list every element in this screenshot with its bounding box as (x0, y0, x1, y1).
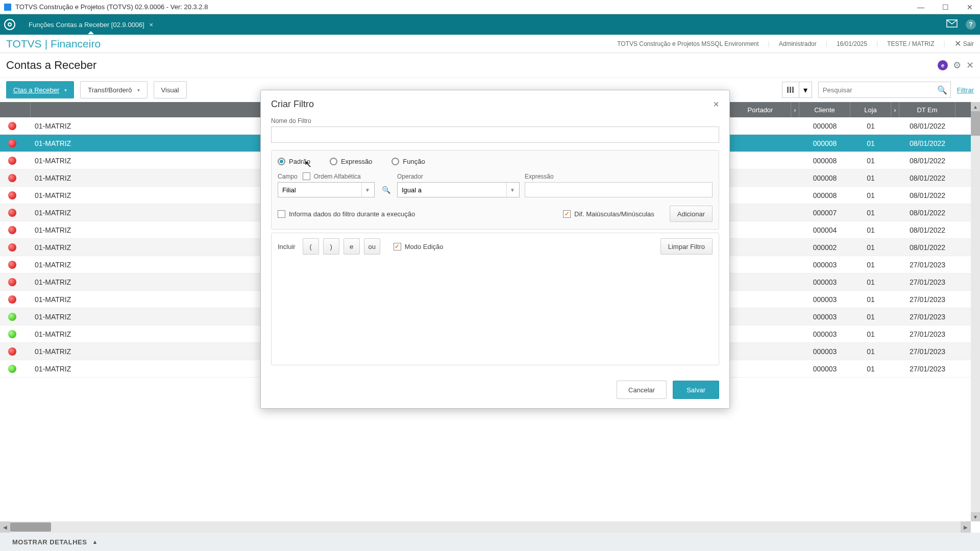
close-page-icon[interactable]: ✕ (966, 60, 974, 71)
campo-label: Campo (278, 173, 298, 180)
or-button[interactable]: ou (364, 238, 380, 255)
save-button[interactable]: Salvar (673, 381, 719, 399)
col-expand1[interactable]: › (791, 102, 799, 117)
chevron-down-icon[interactable]: ▾ (799, 82, 812, 97)
campo-lookup-icon[interactable]: 🔍 (380, 182, 392, 197)
window-titlebar: TOTVS Construção e Projetos (TOTVS) 02.9… (0, 0, 980, 14)
details-footer[interactable]: MOSTRAR DETALHES ▲ (0, 533, 980, 551)
adicionar-button[interactable]: Adicionar (670, 206, 713, 222)
col-expand2[interactable]: › (891, 102, 899, 117)
radio-icon (330, 158, 337, 165)
help-icon[interactable]: ? (966, 19, 976, 30)
status-green-icon (8, 330, 16, 338)
cell-loja: 01 (850, 243, 891, 252)
col-loja[interactable]: Loja (850, 102, 891, 117)
cell-dt: 27/01/2023 (899, 330, 955, 338)
dif-maiusculas-check[interactable]: Dif. Maiúsculas/Minúsculas (563, 210, 654, 218)
cell-dt: 08/01/2022 (899, 122, 955, 130)
ctas-label: Ctas a Receber (13, 86, 59, 94)
horizontal-scrollbar[interactable]: ◀ ▶ (0, 521, 971, 533)
paren-close-button[interactable]: ) (323, 238, 339, 255)
app-tabbar: Funções Contas a Receber [02.9.0006] × ? (0, 14, 980, 35)
scroll-thumb[interactable] (971, 111, 980, 136)
col-portador[interactable]: Portador (730, 102, 791, 117)
col-cliente[interactable]: Cliente (799, 102, 850, 117)
close-window-button[interactable]: ✕ (964, 3, 976, 11)
campo-select[interactable]: Filial ▼ (278, 182, 375, 197)
chevron-down-icon: ▼ (506, 183, 515, 197)
ordem-alfabetica-check[interactable]: Ordem Alfabética (303, 172, 361, 180)
informa-dados-check[interactable]: Informa dados do filtro durante a execuç… (278, 210, 415, 218)
module-header: TOTVS | Financeiro TOTVS Construção e Pr… (0, 35, 980, 53)
status-red-icon (8, 174, 16, 182)
filter-name-input[interactable] (271, 127, 719, 143)
view-toggle[interactable]: ▾ (782, 82, 812, 98)
status-red-icon (8, 209, 16, 217)
and-button[interactable]: e (344, 238, 360, 255)
create-filter-modal: Criar Filtro × Nome do Filtro Padrão Exp… (260, 90, 730, 409)
tab-label: Funções Contas a Receber [02.9.0006] (29, 21, 144, 29)
radio-expressao[interactable]: Expressão (330, 158, 372, 165)
vertical-scrollbar[interactable]: ▲ ▼ (971, 102, 980, 521)
brand-name: TOTVS (6, 38, 42, 50)
cell-cliente: 000008 (799, 157, 850, 165)
svg-rect-3 (792, 87, 794, 93)
cell-dt: 27/01/2023 (899, 278, 955, 286)
search-icon[interactable]: 🔍 (934, 85, 950, 95)
cell-loja: 01 (850, 365, 891, 373)
exit-button[interactable]: ✕ Sair (954, 39, 974, 48)
cell-loja: 01 (850, 209, 891, 217)
paren-open-button[interactable]: ( (303, 238, 319, 255)
transf-bordero-button[interactable]: Transf/Borderô ▾ (80, 81, 147, 98)
minimize-button[interactable]: — (915, 3, 927, 11)
columns-icon[interactable] (782, 82, 799, 97)
operador-select[interactable]: Igual a ▼ (397, 182, 520, 197)
ctas-receber-button[interactable]: Ctas a Receber ▾ (6, 81, 74, 98)
cell-cliente: 000003 (799, 347, 850, 356)
cell-loja: 01 (850, 157, 891, 165)
scroll-left-icon[interactable]: ◀ (0, 521, 10, 533)
radio-icon (391, 158, 399, 165)
modo-edicao-check[interactable]: Modo Edição (394, 243, 444, 251)
col-dt[interactable]: DT Em (899, 102, 955, 117)
scroll-up-icon[interactable]: ▲ (971, 102, 980, 111)
modal-close-icon[interactable]: × (713, 98, 719, 110)
cell-loja: 01 (850, 261, 891, 269)
svg-rect-2 (790, 87, 791, 93)
cancel-button[interactable]: Cancelar (617, 381, 667, 399)
cell-cliente: 000008 (799, 139, 850, 147)
settings-icon[interactable]: ⚙ (953, 60, 961, 71)
search-box: 🔍 (818, 82, 951, 98)
maximize-button[interactable]: ☐ (939, 3, 951, 11)
scroll-down-icon[interactable]: ▼ (971, 512, 980, 521)
limpar-filtro-button[interactable]: Limpar Filtro (660, 238, 713, 255)
exit-label: Sair (963, 40, 974, 47)
badge-icon[interactable]: e (938, 60, 948, 70)
search-input[interactable] (819, 86, 934, 94)
radio-padrao[interactable]: Padrão (278, 158, 310, 165)
cell-dt: 08/01/2022 (899, 226, 955, 234)
svg-rect-1 (787, 87, 789, 93)
radio-funcao[interactable]: Função (391, 158, 425, 165)
tab-close-icon[interactable]: × (150, 21, 154, 29)
page-title: Contas a Receber (6, 59, 938, 72)
cell-dt: 27/01/2023 (899, 295, 955, 304)
filter-type-radios: Padrão Expressão Função (278, 158, 713, 165)
close-icon: ✕ (954, 39, 961, 48)
expressao-input[interactable] (525, 182, 713, 197)
mail-icon[interactable] (946, 19, 958, 30)
cell-loja: 01 (850, 174, 891, 182)
cell-dt: 08/01/2022 (899, 139, 955, 147)
scroll-right-icon[interactable]: ▶ (961, 521, 971, 533)
col-status[interactable] (0, 102, 31, 117)
cell-dt: 08/01/2022 (899, 174, 955, 182)
tab-contas-receber[interactable]: Funções Contas a Receber [02.9.0006] × (21, 16, 160, 34)
user-label: Administrador (779, 40, 817, 47)
filter-name-label: Nome do Filtro (271, 117, 719, 124)
filter-link[interactable]: Filtrar (957, 86, 974, 94)
checkbox-icon (278, 210, 285, 218)
cell-cliente: 000008 (799, 191, 850, 199)
visual-button[interactable]: Visual (154, 81, 187, 98)
hscroll-thumb[interactable] (10, 522, 51, 532)
filter-expression-panel: Incluir ( ) e ou Modo Edição Limpar Filt… (271, 233, 719, 365)
